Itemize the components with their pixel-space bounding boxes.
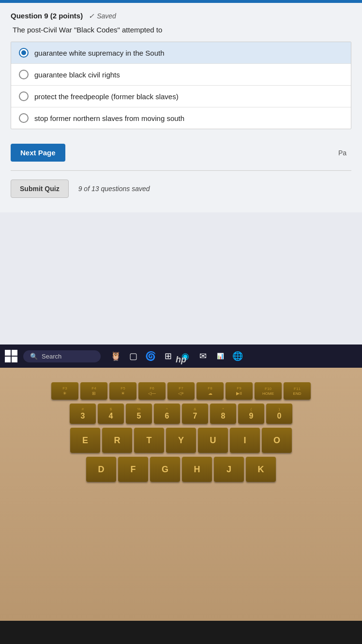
saved-label: Saved bbox=[97, 12, 116, 20]
key-f6[interactable]: F6 ◁— bbox=[138, 382, 166, 400]
question-text: The post-Civil War "Black Codes" attempt… bbox=[11, 26, 351, 34]
key-7[interactable]: & 7 bbox=[182, 404, 208, 424]
e-row: E R T Y U I O bbox=[5, 428, 357, 453]
num-row: # 3 $ 4 % 5 ^ 6 & 7 * 8 bbox=[5, 404, 357, 424]
key-0[interactable]: ) 0 bbox=[266, 404, 292, 424]
submit-section: Submit Quiz 9 of 13 questions saved bbox=[11, 180, 351, 212]
taskbar-owl-icon[interactable]: 🦉 bbox=[108, 349, 123, 363]
key-g[interactable]: G bbox=[150, 457, 180, 482]
key-5[interactable]: % 5 bbox=[126, 404, 152, 424]
key-f5[interactable]: F5 ☀ bbox=[109, 382, 136, 400]
radio-b[interactable] bbox=[19, 70, 29, 79]
taskbar-extra-icon[interactable]: 📊 bbox=[213, 349, 227, 363]
key-3[interactable]: # 3 bbox=[70, 404, 96, 424]
screen: Question 9 (2 points) ✓ Saved The post-C… bbox=[0, 0, 362, 368]
next-page-button[interactable]: Next Page bbox=[11, 144, 65, 162]
checkmark-icon: ✓ bbox=[89, 12, 94, 20]
question-header: Question 9 (2 points) ✓ Saved bbox=[11, 12, 351, 20]
radio-inner-a bbox=[21, 50, 26, 55]
key-f[interactable]: F bbox=[118, 457, 148, 482]
key-o[interactable]: O bbox=[262, 428, 292, 453]
key-j[interactable]: J bbox=[214, 457, 244, 482]
key-f10[interactable]: F10 HOME bbox=[255, 382, 282, 400]
laptop-body: F3 ✳ F4 ⊞ F5 ☀ F6 ◁— F7 ◁+ F8 ☁ bbox=[0, 368, 362, 621]
option-d-text: stop former northern slaves from moving … bbox=[34, 114, 184, 122]
key-f3[interactable]: F3 ✳ bbox=[51, 382, 78, 400]
radio-a[interactable] bbox=[19, 48, 29, 58]
radio-c[interactable] bbox=[19, 91, 29, 101]
taskbar-mail-icon[interactable]: ✉ bbox=[196, 349, 210, 363]
option-a-text: guarantee white supremacy in the South bbox=[34, 49, 165, 57]
key-f8[interactable]: F8 ☁ bbox=[196, 382, 224, 400]
fn-row: F3 ✳ F4 ⊞ F5 ☀ F6 ◁— F7 ◁+ F8 ☁ bbox=[5, 382, 357, 400]
keyboard: F3 ✳ F4 ⊞ F5 ☀ F6 ◁— F7 ◁+ F8 ☁ bbox=[5, 382, 357, 486]
option-b[interactable]: guarantee black civil rights bbox=[11, 64, 351, 86]
saved-status: 9 of 13 questions saved bbox=[78, 185, 150, 193]
taskbar: 🔍 Search 🦉 ▢ 🌀 ⊞ ◉ ✉ 📊 🌐 hp bbox=[0, 344, 362, 368]
radio-d[interactable] bbox=[19, 113, 29, 123]
key-8[interactable]: * 8 bbox=[210, 404, 236, 424]
divider bbox=[11, 170, 351, 171]
option-d[interactable]: stop former northern slaves from moving … bbox=[11, 107, 351, 129]
saved-indicator: ✓ Saved bbox=[89, 12, 116, 20]
key-t[interactable]: T bbox=[134, 428, 164, 453]
key-f9[interactable]: F9 ▶II bbox=[226, 382, 253, 400]
key-y[interactable]: Y bbox=[166, 428, 196, 453]
quiz-content: Question 9 (2 points) ✓ Saved The post-C… bbox=[0, 3, 362, 212]
key-f4[interactable]: F4 ⊞ bbox=[80, 382, 107, 400]
windows-icon[interactable] bbox=[5, 350, 17, 362]
key-k[interactable]: K bbox=[246, 457, 276, 482]
key-d[interactable]: D bbox=[86, 457, 116, 482]
options-container: guarantee white supremacy in the South g… bbox=[11, 42, 351, 129]
key-i[interactable]: I bbox=[230, 428, 260, 453]
taskbar-edge-icon[interactable]: 🌀 bbox=[143, 349, 158, 363]
key-f7[interactable]: F7 ◁+ bbox=[167, 382, 195, 400]
option-c-text: protect the freedpeople (former black sl… bbox=[34, 92, 179, 101]
hp-logo: hp bbox=[176, 355, 186, 365]
key-f11[interactable]: F11 END bbox=[284, 382, 311, 400]
search-text: Search bbox=[42, 353, 61, 360]
key-6[interactable]: ^ 6 bbox=[154, 404, 180, 424]
taskbar-grid-icon[interactable]: ⊞ bbox=[161, 349, 175, 363]
key-u[interactable]: U bbox=[198, 428, 228, 453]
option-b-text: guarantee black civil rights bbox=[34, 71, 120, 79]
d-row: D F G H J K bbox=[5, 457, 357, 482]
option-a[interactable]: guarantee white supremacy in the South bbox=[11, 42, 351, 64]
question-title: Question 9 (2 points) bbox=[11, 12, 83, 20]
key-h[interactable]: H bbox=[182, 457, 212, 482]
next-page-section: Next Page Pa bbox=[11, 139, 351, 170]
search-bar[interactable]: 🔍 Search bbox=[23, 350, 101, 362]
taskbar-chrome-icon[interactable]: 🌐 bbox=[230, 349, 245, 363]
page-label: Pa bbox=[338, 149, 351, 157]
option-c[interactable]: protect the freedpeople (former black sl… bbox=[11, 86, 351, 107]
submit-quiz-button[interactable]: Submit Quiz bbox=[11, 180, 69, 198]
taskbar-window-icon[interactable]: ▢ bbox=[126, 349, 140, 363]
key-e[interactable]: E bbox=[70, 428, 100, 453]
key-r[interactable]: R bbox=[102, 428, 132, 453]
search-icon: 🔍 bbox=[30, 353, 38, 360]
key-9[interactable]: ( 9 bbox=[238, 404, 264, 424]
key-4[interactable]: $ 4 bbox=[98, 404, 124, 424]
